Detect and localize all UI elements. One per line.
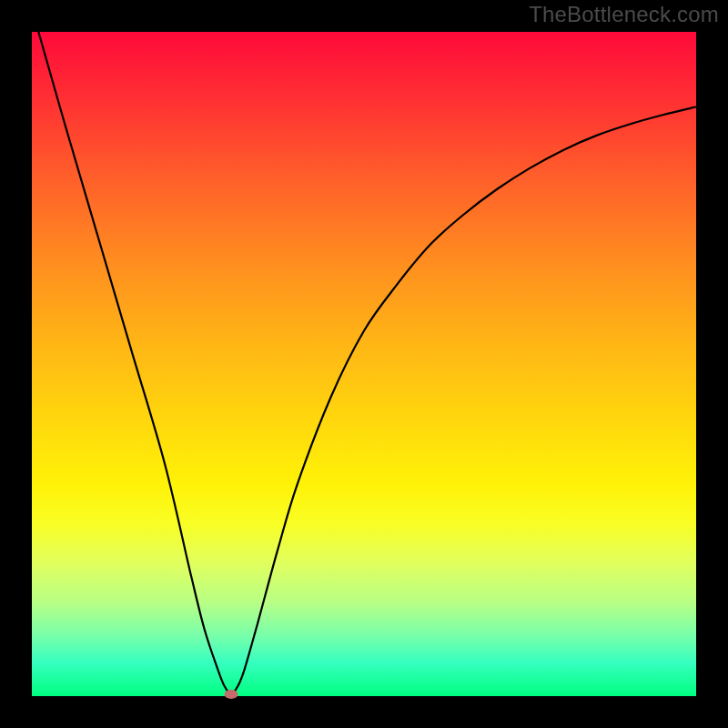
watermark-text: TheBottleneck.com (529, 2, 719, 27)
chart-container: TheBottleneck.com (0, 0, 728, 728)
curve-svg (32, 32, 696, 696)
plot-area (32, 32, 696, 696)
optimum-marker (225, 690, 238, 699)
bottleneck-curve (38, 32, 696, 694)
